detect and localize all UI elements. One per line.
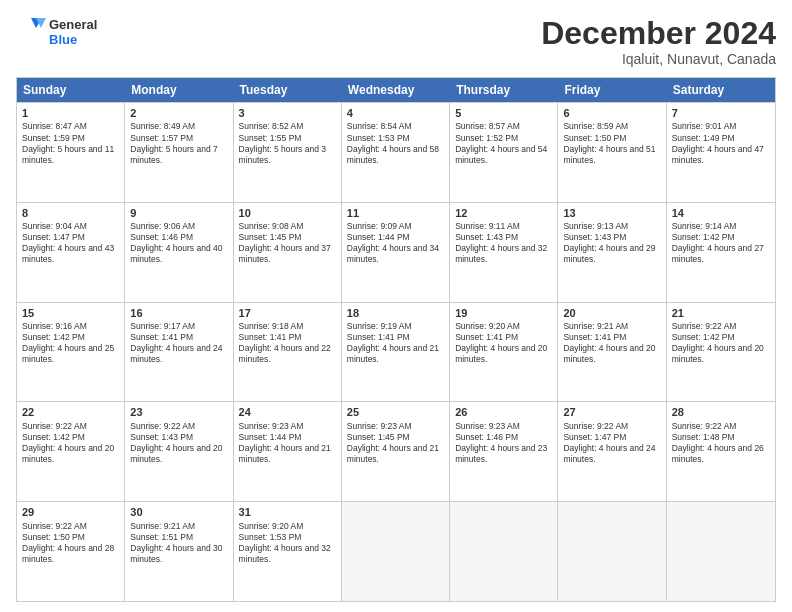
cal-cell-r4c5 [558, 502, 666, 601]
sunset-text: Sunset: 1:45 PM [347, 432, 410, 442]
daylight-text: Daylight: 4 hours and 21 minutes. [239, 443, 331, 464]
sunrise-text: Sunrise: 9:16 AM [22, 321, 87, 331]
sunset-text: Sunset: 1:42 PM [672, 232, 735, 242]
sunrise-text: Sunrise: 9:09 AM [347, 221, 412, 231]
daylight-text: Daylight: 4 hours and 21 minutes. [347, 443, 439, 464]
day-number: 5 [455, 106, 552, 120]
sunrise-text: Sunrise: 9:23 AM [347, 421, 412, 431]
sunset-text: Sunset: 1:47 PM [22, 232, 85, 242]
calendar-header: Sunday Monday Tuesday Wednesday Thursday… [17, 78, 775, 102]
daylight-text: Daylight: 4 hours and 20 minutes. [455, 343, 547, 364]
sunset-text: Sunset: 1:55 PM [239, 133, 302, 143]
cal-cell-r1c6: 14Sunrise: 9:14 AMSunset: 1:42 PMDayligh… [667, 203, 775, 302]
sunset-text: Sunset: 1:45 PM [239, 232, 302, 242]
day-number: 6 [563, 106, 660, 120]
page-container: General Blue December 2024 Iqaluit, Nuna… [0, 0, 792, 612]
cal-cell-r0c5: 6Sunrise: 8:59 AMSunset: 1:50 PMDaylight… [558, 103, 666, 202]
day-number: 8 [22, 206, 119, 220]
sunrise-text: Sunrise: 9:08 AM [239, 221, 304, 231]
sunrise-text: Sunrise: 8:54 AM [347, 121, 412, 131]
sunrise-text: Sunrise: 9:11 AM [455, 221, 520, 231]
cal-cell-r3c0: 22Sunrise: 9:22 AMSunset: 1:42 PMDayligh… [17, 402, 125, 501]
sunrise-text: Sunrise: 9:21 AM [563, 321, 628, 331]
daylight-text: Daylight: 4 hours and 34 minutes. [347, 243, 439, 264]
logo-general: General [49, 18, 97, 33]
sunset-text: Sunset: 1:47 PM [563, 432, 626, 442]
daylight-text: Daylight: 4 hours and 43 minutes. [22, 243, 114, 264]
subtitle: Iqaluit, Nunavut, Canada [541, 51, 776, 67]
sunrise-text: Sunrise: 9:22 AM [22, 421, 87, 431]
cal-cell-r0c1: 2Sunrise: 8:49 AMSunset: 1:57 PMDaylight… [125, 103, 233, 202]
logo: General Blue [16, 16, 97, 50]
cal-row-0: 1Sunrise: 8:47 AMSunset: 1:59 PMDaylight… [17, 102, 775, 202]
daylight-text: Daylight: 4 hours and 21 minutes. [347, 343, 439, 364]
sunrise-text: Sunrise: 8:57 AM [455, 121, 520, 131]
day-number: 18 [347, 306, 444, 320]
cal-cell-r2c5: 20Sunrise: 9:21 AMSunset: 1:41 PMDayligh… [558, 303, 666, 402]
sunrise-text: Sunrise: 8:52 AM [239, 121, 304, 131]
sunset-text: Sunset: 1:41 PM [563, 332, 626, 342]
cal-cell-r1c2: 10Sunrise: 9:08 AMSunset: 1:45 PMDayligh… [234, 203, 342, 302]
day-number: 14 [672, 206, 770, 220]
daylight-text: Daylight: 4 hours and 30 minutes. [130, 543, 222, 564]
logo-bird-icon [16, 16, 46, 50]
day-number: 1 [22, 106, 119, 120]
cal-cell-r3c6: 28Sunrise: 9:22 AMSunset: 1:48 PMDayligh… [667, 402, 775, 501]
daylight-text: Daylight: 4 hours and 47 minutes. [672, 144, 764, 165]
sunrise-text: Sunrise: 9:23 AM [239, 421, 304, 431]
cal-cell-r0c6: 7Sunrise: 9:01 AMSunset: 1:49 PMDaylight… [667, 103, 775, 202]
cal-cell-r2c6: 21Sunrise: 9:22 AMSunset: 1:42 PMDayligh… [667, 303, 775, 402]
cal-cell-r4c3 [342, 502, 450, 601]
daylight-text: Daylight: 4 hours and 54 minutes. [455, 144, 547, 165]
sunset-text: Sunset: 1:50 PM [563, 133, 626, 143]
sunset-text: Sunset: 1:43 PM [130, 432, 193, 442]
daylight-text: Daylight: 4 hours and 22 minutes. [239, 343, 331, 364]
header: General Blue December 2024 Iqaluit, Nuna… [16, 16, 776, 67]
sunset-text: Sunset: 1:42 PM [22, 432, 85, 442]
daylight-text: Daylight: 4 hours and 23 minutes. [455, 443, 547, 464]
sunrise-text: Sunrise: 9:17 AM [130, 321, 195, 331]
sunrise-text: Sunrise: 9:04 AM [22, 221, 87, 231]
day-number: 23 [130, 405, 227, 419]
day-number: 10 [239, 206, 336, 220]
sunset-text: Sunset: 1:59 PM [22, 133, 85, 143]
daylight-text: Daylight: 4 hours and 20 minutes. [672, 343, 764, 364]
sunrise-text: Sunrise: 9:22 AM [672, 321, 737, 331]
day-number: 15 [22, 306, 119, 320]
cal-cell-r3c1: 23Sunrise: 9:22 AMSunset: 1:43 PMDayligh… [125, 402, 233, 501]
day-number: 29 [22, 505, 119, 519]
cal-cell-r2c1: 16Sunrise: 9:17 AMSunset: 1:41 PMDayligh… [125, 303, 233, 402]
cal-cell-r4c1: 30Sunrise: 9:21 AMSunset: 1:51 PMDayligh… [125, 502, 233, 601]
month-title: December 2024 [541, 16, 776, 51]
sunrise-text: Sunrise: 9:22 AM [130, 421, 195, 431]
cal-cell-r0c2: 3Sunrise: 8:52 AMSunset: 1:55 PMDaylight… [234, 103, 342, 202]
day-number: 21 [672, 306, 770, 320]
day-number: 24 [239, 405, 336, 419]
daylight-text: Daylight: 4 hours and 32 minutes. [455, 243, 547, 264]
daylight-text: Daylight: 5 hours and 3 minutes. [239, 144, 326, 165]
day-number: 2 [130, 106, 227, 120]
daylight-text: Daylight: 4 hours and 40 minutes. [130, 243, 222, 264]
cal-cell-r3c4: 26Sunrise: 9:23 AMSunset: 1:46 PMDayligh… [450, 402, 558, 501]
sunset-text: Sunset: 1:46 PM [455, 432, 518, 442]
sunset-text: Sunset: 1:41 PM [455, 332, 518, 342]
cal-cell-r2c0: 15Sunrise: 9:16 AMSunset: 1:42 PMDayligh… [17, 303, 125, 402]
logo-combined: General Blue [16, 16, 97, 50]
sunset-text: Sunset: 1:43 PM [455, 232, 518, 242]
cal-cell-r0c0: 1Sunrise: 8:47 AMSunset: 1:59 PMDaylight… [17, 103, 125, 202]
sunset-text: Sunset: 1:51 PM [130, 532, 193, 542]
sunset-text: Sunset: 1:42 PM [672, 332, 735, 342]
sunrise-text: Sunrise: 8:59 AM [563, 121, 628, 131]
sunset-text: Sunset: 1:50 PM [22, 532, 85, 542]
cal-cell-r1c1: 9Sunrise: 9:06 AMSunset: 1:46 PMDaylight… [125, 203, 233, 302]
daylight-text: Daylight: 5 hours and 11 minutes. [22, 144, 114, 165]
sunrise-text: Sunrise: 9:21 AM [130, 521, 195, 531]
header-monday: Monday [125, 78, 233, 102]
sunset-text: Sunset: 1:48 PM [672, 432, 735, 442]
day-number: 22 [22, 405, 119, 419]
header-friday: Friday [558, 78, 666, 102]
day-number: 16 [130, 306, 227, 320]
daylight-text: Daylight: 5 hours and 7 minutes. [130, 144, 217, 165]
sunset-text: Sunset: 1:53 PM [347, 133, 410, 143]
sunset-text: Sunset: 1:53 PM [239, 532, 302, 542]
